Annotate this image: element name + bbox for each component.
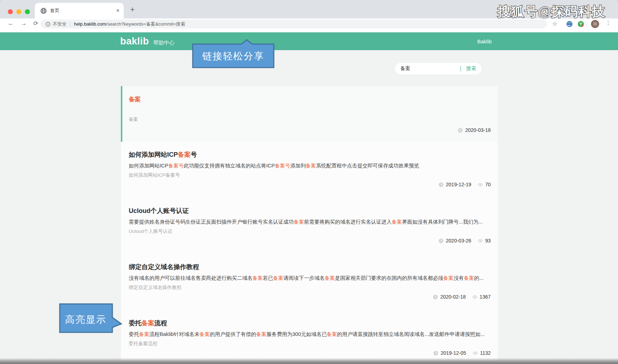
result-views-count: 70 <box>485 182 491 187</box>
security-indicator[interactable]: 不安全 <box>46 21 66 27</box>
bookmark-star-icon[interactable]: ☆ <box>552 20 557 27</box>
result-meta: 2020-03-26 93 <box>129 238 491 243</box>
result-snippet: 如何添加网站ICP备案号此功能仅支持拥有独立域名的站点将ICP备案号添加到备案系… <box>129 162 491 169</box>
close-window-button[interactable] <box>8 9 13 14</box>
reload-icon[interactable]: ⟳ <box>33 20 38 27</box>
new-tab-button[interactable]: + <box>130 5 135 14</box>
zoom-window-button[interactable] <box>25 9 30 14</box>
clock-icon <box>458 128 463 133</box>
result-views-count: 1132 <box>480 350 491 356</box>
page-top-gap <box>0 30 618 32</box>
search-bar: 备案 搜索 <box>395 63 481 74</box>
search-button[interactable]: 搜索 <box>461 65 481 72</box>
search-result-item[interactable]: 绑定自定义域名操作教程 没有域名的用户可以前往域名售卖商处进行购买二域名备案若已… <box>121 254 498 310</box>
result-views: 93 <box>478 238 491 243</box>
eye-icon <box>472 294 478 300</box>
result-views-count: 93 <box>485 238 491 243</box>
featured-result-card[interactable]: 备案 备案 2020-03-18 <box>121 86 498 142</box>
clock-icon <box>438 238 444 243</box>
result-date: 2019-12-05 <box>441 350 466 356</box>
featured-result-meta: 2020-03-18 <box>129 127 491 133</box>
globe-favicon <box>41 8 47 14</box>
featured-result-breadcrumb: 备案 <box>129 116 491 123</box>
bottom-shadow <box>0 358 618 364</box>
back-icon[interactable]: ← <box>8 20 14 27</box>
result-title[interactable]: Ucloud个人账号认证 <box>129 207 491 215</box>
security-label: 不安全 <box>53 21 66 27</box>
result-snippet: 需要提供姓名身份证号码生份证正反面扫描件开户银行账号实名认证成功备案前需要将购买… <box>129 219 491 225</box>
search-result-item[interactable]: Ucloud个人账号认证 需要提供姓名身份证号码生份证正反面扫描件开户银行账号实… <box>121 198 498 254</box>
browser-window: 首页 × + ← → ⟳ 不安全 help.baklib.com/search?… <box>0 0 618 364</box>
tab-title: 首页 <box>50 7 116 14</box>
url-path: /search?keywords=备案&commit=搜索 <box>106 21 185 27</box>
forward-icon[interactable]: → <box>21 20 27 27</box>
callout-highlight-label: 高亮显示 <box>59 313 112 326</box>
result-date: 2020-03-26 <box>446 238 472 243</box>
result-snippet: 没有域名的用户可以前往域名售卖商处进行购买二域名备案若已备案请阅读下一步域名备案… <box>129 275 491 282</box>
url-host: help.baklib.com <box>74 21 106 27</box>
result-title[interactable]: 如何添加网站ICP备案号 <box>129 150 491 159</box>
result-breadcrumb: 委托备案流程 <box>129 341 491 347</box>
featured-result-title[interactable]: 备案 <box>129 95 491 103</box>
clock-icon <box>433 350 438 356</box>
results-list: 如何添加网站ICP备案号 如何添加网站ICP备案号此功能仅支持拥有独立域名的站点… <box>121 142 498 364</box>
result-title[interactable]: 委托备案流程 <box>129 319 491 327</box>
site-logo-suffix: 帮助中心 <box>153 39 175 46</box>
result-date: 2020-02-18 <box>440 294 466 300</box>
eye-icon <box>478 238 483 243</box>
result-meta: 2019-12-05 1132 <box>129 350 491 356</box>
search-input[interactable]: 备案 <box>395 65 460 72</box>
featured-result-date: 2020-03-18 <box>465 127 491 133</box>
eye-icon <box>478 182 483 187</box>
tab-close-icon[interactable]: × <box>116 8 119 14</box>
header-nav-link[interactable]: Baklib <box>477 38 492 44</box>
info-icon <box>46 22 50 27</box>
callout-highlight-annotation: 高亮显示 <box>59 303 122 333</box>
result-meta: 2019-12-19 70 <box>129 182 491 187</box>
callout-share-label: 链接轻松分享 <box>192 50 275 63</box>
result-views: 70 <box>478 182 491 187</box>
result-title[interactable]: 绑定自定义域名操作教程 <box>129 263 491 271</box>
globe-extension-icon[interactable] <box>566 21 573 27</box>
site-header: baklib 帮助中心 Baklib <box>0 32 618 50</box>
browser-tab[interactable]: 首页 × <box>35 3 124 18</box>
clock-icon <box>438 182 444 187</box>
result-views: 1132 <box>473 350 491 356</box>
browser-menu-icon[interactable]: ⋮ <box>606 20 611 26</box>
result-date: 2019-12-19 <box>446 182 472 187</box>
minimize-window-button[interactable] <box>16 9 21 14</box>
eye-icon <box>473 350 478 356</box>
result-breadcrumb: 如何添加网站ICP备案号 <box>129 172 491 178</box>
omnibox-divider <box>70 22 70 27</box>
result-breadcrumb: 绑定自定义域名操作教程 <box>129 284 491 291</box>
clock-icon <box>433 294 438 300</box>
results-column: 备案 备案 2020-03-18 如何添加网站ICP备案号 如何添加网站ICP备… <box>121 86 498 364</box>
callout-share-annotation: 链接轻松分享 <box>192 39 275 68</box>
translate-extension-icon[interactable] <box>577 21 584 27</box>
address-bar[interactable]: 不安全 help.baklib.com/search?keywords=备案&c… <box>41 20 547 28</box>
search-result-item[interactable]: 如何添加网站ICP备案号 如何添加网站ICP备案号此功能仅支持拥有独立域名的站点… <box>121 142 498 198</box>
result-views-count: 1367 <box>480 294 491 300</box>
result-snippet: 委托备案流程Baklib针对域名未备案的用户提供了有偿的备案服务费用为300元如… <box>129 331 491 338</box>
site-logo[interactable]: baklib <box>120 36 149 47</box>
result-views: 1367 <box>472 294 491 300</box>
search-result-item[interactable]: 委托备案流程 委托备案流程Baklib针对域名未备案的用户提供了有偿的备案服务费… <box>121 310 498 364</box>
result-meta: 2020-02-18 1367 <box>129 294 491 300</box>
result-breadcrumb: Ucloud个人账号认证 <box>129 228 491 235</box>
toolbar-divider <box>587 22 587 27</box>
watermark: 搜狐号@探码科技 <box>497 3 605 21</box>
profile-avatar[interactable]: 同 <box>591 20 599 28</box>
